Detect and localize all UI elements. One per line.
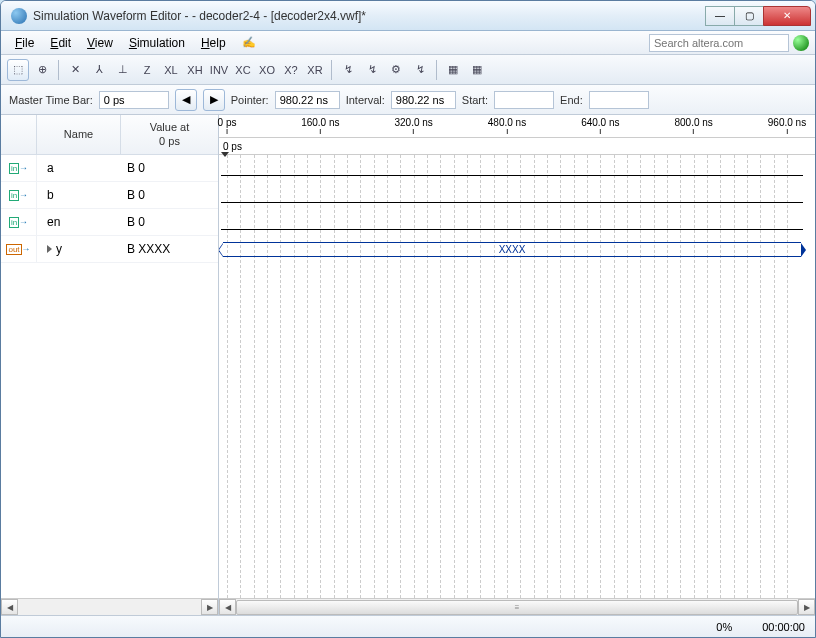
wave-row[interactable]: [219, 155, 805, 182]
toolbar: ⬚⊕✕⅄⊥ZXLXHINVXCXOX?XR↯↯⚙↯▦▦: [1, 55, 815, 85]
toolbar-button-8[interactable]: XH: [184, 59, 206, 81]
left-hscroll[interactable]: ◀ ▶: [1, 598, 218, 615]
master-time-input[interactable]: [99, 91, 169, 109]
help-bubble-icon[interactable]: ✍: [238, 32, 260, 54]
signal-name: b: [37, 188, 121, 202]
wave-bus-label: XXXX: [499, 244, 526, 255]
menu-edit[interactable]: Edit: [42, 33, 79, 53]
signal-row[interactable]: in→enB 0: [1, 209, 218, 236]
col-name[interactable]: Name: [37, 115, 121, 154]
wave-scroll-thumb[interactable]: ≡: [236, 600, 798, 615]
wave-scroll-right-icon[interactable]: ▶: [798, 599, 815, 615]
signal-row[interactable]: in→aB 0: [1, 155, 218, 182]
wave-row[interactable]: [219, 182, 805, 209]
status-percent: 0%: [716, 621, 732, 633]
toolbar-button-1[interactable]: ⊕: [31, 59, 53, 81]
ruler-tick: 480.0 ns: [488, 117, 526, 134]
signal-list-body: in→aB 0in→bB 0in→enB 0out→yB XXXX: [1, 155, 218, 598]
main-panel: Name Value at 0 ps in→aB 0in→bB 0in→enB …: [1, 115, 815, 615]
ruler-tick: 960.0 ns: [768, 117, 806, 134]
wave-low-line: [221, 175, 803, 176]
minimize-button[interactable]: —: [705, 6, 735, 26]
toolbar-button-3[interactable]: ✕: [64, 59, 86, 81]
signal-name: y: [37, 242, 121, 256]
toolbar-button-15[interactable]: ↯: [337, 59, 359, 81]
signal-value: B 0: [121, 188, 218, 202]
statusbar: 0% 00:00:00: [1, 615, 815, 637]
expand-icon[interactable]: [47, 245, 52, 253]
toolbar-button-13[interactable]: XR: [304, 59, 326, 81]
signal-list-panel: Name Value at 0 ps in→aB 0in→bB 0in→enB …: [1, 115, 219, 615]
scroll-left-icon[interactable]: ◀: [1, 599, 18, 615]
menu-help[interactable]: Help: [193, 33, 234, 53]
wave-scroll-left-icon[interactable]: ◀: [219, 599, 236, 615]
end-input[interactable]: [589, 91, 649, 109]
waveform-area[interactable]: XXXX: [219, 155, 815, 598]
start-label: Start:: [462, 94, 488, 106]
toolbar-separator: [436, 60, 437, 80]
app-window: Simulation Waveform Editor - - decoder2-…: [0, 0, 816, 638]
wave-low-line: [221, 202, 803, 203]
scroll-right-icon[interactable]: ▶: [201, 599, 218, 615]
ruler-tick: 0 ps: [218, 117, 237, 134]
wave-hscroll[interactable]: ◀ ≡ ▶: [219, 598, 815, 615]
signal-value: B XXXX: [121, 242, 218, 256]
interval-label: Interval:: [346, 94, 385, 106]
signal-dir-icon: in→: [1, 209, 37, 235]
toolbar-button-20[interactable]: ▦: [442, 59, 464, 81]
time-prev-button[interactable]: ◀: [175, 89, 197, 111]
signal-name: en: [37, 215, 121, 229]
toolbar-button-11[interactable]: XO: [256, 59, 278, 81]
toolbar-button-21[interactable]: ▦: [466, 59, 488, 81]
toolbar-button-12[interactable]: X?: [280, 59, 302, 81]
toolbar-button-10[interactable]: XC: [232, 59, 254, 81]
app-icon: [11, 8, 27, 24]
time-next-button[interactable]: ▶: [203, 89, 225, 111]
signal-name: a: [37, 161, 121, 175]
toolbar-button-17[interactable]: ⚙: [385, 59, 407, 81]
globe-icon[interactable]: [793, 35, 809, 51]
toolbar-button-0[interactable]: ⬚: [7, 59, 29, 81]
maximize-button[interactable]: ▢: [734, 6, 764, 26]
ruler-tick: 800.0 ns: [674, 117, 712, 134]
interval-input[interactable]: [391, 91, 456, 109]
start-input[interactable]: [494, 91, 554, 109]
ruler-tick: 640.0 ns: [581, 117, 619, 134]
signal-list-header: Name Value at 0 ps: [1, 115, 218, 155]
wave-row[interactable]: XXXX: [219, 236, 805, 263]
menubar: File Edit View Simulation Help ✍: [1, 31, 815, 55]
signal-row[interactable]: in→bB 0: [1, 182, 218, 209]
menu-simulation[interactable]: Simulation: [121, 33, 193, 53]
wave-row[interactable]: [219, 209, 805, 236]
toolbar-button-16[interactable]: ↯: [361, 59, 383, 81]
window-buttons: — ▢ ✕: [706, 6, 811, 26]
time-cursor-ruler[interactable]: 0 ps: [219, 138, 815, 155]
toolbar-button-4[interactable]: ⅄: [88, 59, 110, 81]
time-ruler[interactable]: 0 ps160.0 ns320.0 ns480.0 ns640.0 ns800.…: [219, 115, 815, 138]
titlebar: Simulation Waveform Editor - - decoder2-…: [1, 1, 815, 31]
master-time-label: Master Time Bar:: [9, 94, 93, 106]
col-value[interactable]: Value at 0 ps: [121, 115, 218, 154]
toolbar-button-9[interactable]: INV: [208, 59, 230, 81]
wave-bus: XXXX: [223, 242, 801, 257]
pointer-input[interactable]: [275, 91, 340, 109]
status-time: 00:00:00: [762, 621, 805, 633]
timebar: Master Time Bar: ◀ ▶ Pointer: Interval: …: [1, 85, 815, 115]
col-dir: [1, 115, 37, 154]
toolbar-button-7[interactable]: XL: [160, 59, 182, 81]
toolbar-button-5[interactable]: ⊥: [112, 59, 134, 81]
close-button[interactable]: ✕: [763, 6, 811, 26]
signal-value: B 0: [121, 215, 218, 229]
toolbar-separator: [331, 60, 332, 80]
toolbar-button-6[interactable]: Z: [136, 59, 158, 81]
signal-row[interactable]: out→yB XXXX: [1, 236, 218, 263]
signal-dir-icon: out→: [1, 236, 37, 262]
end-label: End:: [560, 94, 583, 106]
menu-view[interactable]: View: [79, 33, 121, 53]
menu-file[interactable]: File: [7, 33, 42, 53]
toolbar-button-18[interactable]: ↯: [409, 59, 431, 81]
wave-scroll-track[interactable]: ≡: [236, 600, 798, 615]
ruler-tick: 160.0 ns: [301, 117, 339, 134]
search-input[interactable]: [649, 34, 789, 52]
signal-value: B 0: [121, 161, 218, 175]
